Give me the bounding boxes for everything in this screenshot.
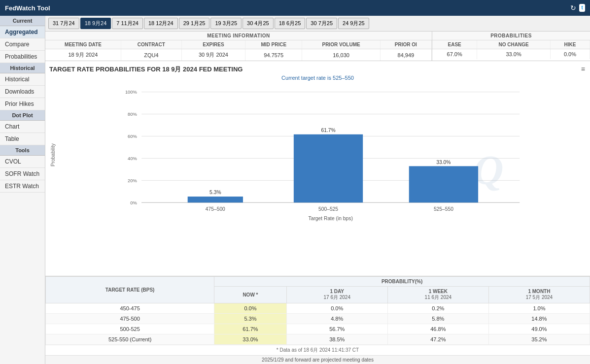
svg-text:33.0%: 33.0%	[436, 160, 451, 165]
bar-525-550	[409, 166, 478, 202]
cell-now-475: 5.3%	[214, 314, 286, 324]
sidebar: Current Aggregated Compare Probabilities…	[0, 16, 45, 364]
twitter-icon[interactable]: t	[579, 4, 585, 12]
cell-now-525: 33.0%	[214, 334, 286, 345]
col-expires: EXPIRES	[181, 40, 245, 49]
sidebar-item-cvol[interactable]: CVOL	[0, 156, 45, 168]
bar-475-500	[188, 197, 243, 202]
cell-1month-525: 35.2%	[488, 334, 590, 345]
chart-section: TARGET RATE PROBABILITIES FOR 18 9月 2024…	[45, 61, 590, 276]
tab-18-12-24[interactable]: 18 12月24	[144, 18, 178, 29]
sidebar-section-tools[interactable]: Tools	[0, 145, 45, 156]
svg-text:100%: 100%	[125, 90, 137, 95]
sidebar-section-historical[interactable]: Historical	[0, 63, 45, 73]
svg-text:80%: 80%	[128, 112, 137, 117]
cell-1week-475: 5.8%	[387, 314, 488, 324]
col-hike: HIKE	[550, 40, 590, 49]
meeting-info-table: MEETING DATE CONTRACT EXPIRES MID PRICE …	[45, 40, 432, 61]
col-mid-price: MID PRICE	[245, 40, 302, 49]
svg-text:525–550: 525–550	[434, 206, 453, 212]
sidebar-item-chart[interactable]: Chart	[0, 121, 45, 133]
sidebar-item-estr[interactable]: ESTR Watch	[0, 180, 45, 193]
tab-30-4-25[interactable]: 30 4月25	[243, 18, 274, 29]
cell-1day-525: 38.5%	[286, 334, 387, 345]
cell-prior-oi: 84,949	[380, 49, 431, 61]
content-area: 31 7月24 18 9月24 7 11月24 18 12月24 29 1月25…	[45, 16, 590, 364]
cell-1day-475: 4.8%	[286, 314, 387, 324]
tab-30-7-25[interactable]: 30 7月25	[306, 18, 337, 29]
cell-rate-450: 450-475	[46, 303, 214, 314]
probabilities-table: EASE NO CHANGE HIKE 67.0% 33.0% 0.0%	[432, 40, 590, 59]
sidebar-item-historical[interactable]: Historical	[0, 73, 45, 86]
sidebar-item-aggregated[interactable]: Aggregated	[0, 26, 45, 38]
meeting-tabs: 31 7月24 18 9月24 7 11月24 18 12月24 29 1月25…	[45, 16, 590, 32]
svg-text:0%: 0%	[130, 200, 137, 205]
table-row: 450-475 0.0% 0.0% 0.2% 1.0%	[46, 303, 590, 314]
cell-1day-500: 56.7%	[286, 324, 387, 334]
table-row: 500-525 61.7% 56.7% 46.8% 49.0%	[46, 324, 590, 334]
col-meeting-date: MEETING DATE	[45, 40, 121, 49]
sidebar-item-downloads[interactable]: Downloads	[0, 86, 45, 98]
sidebar-item-probabilities[interactable]: Probabilities	[0, 51, 45, 63]
cell-now-500: 61.7%	[214, 324, 286, 334]
app-header: FedWatch Tool ↻ t	[0, 0, 590, 16]
info-panels: MEETING INFORMATION MEETING DATE CONTRAC…	[45, 32, 590, 61]
prob-table: TARGET RATE (BPS) PROBABILITY(%) NOW * 1…	[45, 276, 590, 345]
cell-mid-price: 94.7575	[245, 49, 302, 61]
chart-menu-icon[interactable]: ≡	[581, 65, 585, 73]
footer2: 2025/1/29 and forward are projected meet…	[45, 355, 590, 364]
footnote: * Data as of 18 6月 2024 11:41:37 CT	[45, 345, 590, 355]
refresh-icon[interactable]: ↻	[570, 4, 576, 12]
table-row: 475-500 5.3% 4.8% 5.8% 14.8%	[46, 314, 590, 324]
sidebar-section-current[interactable]: Current	[0, 16, 45, 26]
cell-hike: 0.0%	[550, 49, 590, 60]
tab-18-6-25[interactable]: 18 6月25	[275, 18, 306, 29]
y-axis-label: Probability	[49, 83, 57, 227]
col-ease: EASE	[432, 40, 477, 49]
cell-rate-525: 525-550 (Current)	[46, 334, 214, 345]
col-contract: CONTRACT	[121, 40, 181, 49]
cell-prior-volume: 16,030	[302, 49, 380, 61]
svg-text:20%: 20%	[128, 178, 137, 183]
meeting-info-header: MEETING INFORMATION	[45, 32, 432, 40]
probabilities-panel: PROBABILITIES EASE NO CHANGE HIKE 67.0% …	[432, 32, 590, 61]
probabilities-header: PROBABILITIES	[432, 32, 590, 40]
cell-1month-475: 14.8%	[488, 314, 590, 324]
col-prior-volume: PRIOR VOLUME	[302, 40, 380, 49]
cell-1week-450: 0.2%	[387, 303, 488, 314]
cell-rate-500: 500-525	[46, 324, 214, 334]
sidebar-item-table[interactable]: Table	[0, 133, 45, 145]
col-no-change: NO CHANGE	[477, 40, 551, 49]
col-prior-oi: PRIOR OI	[380, 40, 431, 49]
bar-500-525	[294, 134, 363, 202]
cell-1week-525: 47.2%	[387, 334, 488, 345]
svg-text:500–525: 500–525	[318, 206, 338, 212]
sidebar-item-compare[interactable]: Compare	[0, 38, 45, 51]
cell-1month-500: 49.0%	[488, 324, 590, 334]
tab-31-7-24[interactable]: 31 7月24	[48, 18, 79, 29]
app-title: FedWatch Tool	[5, 4, 50, 12]
cell-meeting-date: 18 9月 2024	[45, 49, 121, 61]
tab-19-3-25[interactable]: 19 3月25	[210, 18, 242, 29]
sidebar-item-sofr[interactable]: SOFR Watch	[0, 168, 45, 180]
main-layout: Current Aggregated Compare Probabilities…	[0, 16, 590, 364]
sidebar-section-dotplot[interactable]: Dot Plot	[0, 110, 45, 121]
meeting-info-panel: MEETING INFORMATION MEETING DATE CONTRAC…	[45, 32, 432, 61]
tab-7-11-24[interactable]: 7 11月24	[112, 18, 143, 29]
chart-subtitle: Current target rate is 525–550	[49, 75, 586, 81]
prob-table-now-header: NOW *	[214, 287, 286, 303]
tab-18-9-24[interactable]: 18 9月24	[80, 18, 111, 29]
tab-29-1-25[interactable]: 29 1月25	[179, 18, 210, 29]
svg-text:60%: 60%	[128, 134, 137, 139]
bottom-table-section: TARGET RATE (BPS) PROBABILITY(%) NOW * 1…	[45, 276, 590, 364]
tab-24-9-25[interactable]: 24 9月25	[338, 18, 369, 29]
svg-text:475–500: 475–500	[206, 206, 225, 212]
cell-1day-450: 0.0%	[286, 303, 387, 314]
cell-no-change: 33.0%	[477, 49, 551, 60]
cell-ease: 67.0%	[432, 49, 477, 60]
sidebar-item-prior-hikes[interactable]: Prior Hikes	[0, 98, 45, 110]
svg-text:61.7%: 61.7%	[321, 128, 335, 133]
cell-1month-450: 1.0%	[488, 303, 590, 314]
cell-contract: ZQU4	[121, 49, 181, 61]
header-icons: ↻ t	[570, 4, 585, 12]
